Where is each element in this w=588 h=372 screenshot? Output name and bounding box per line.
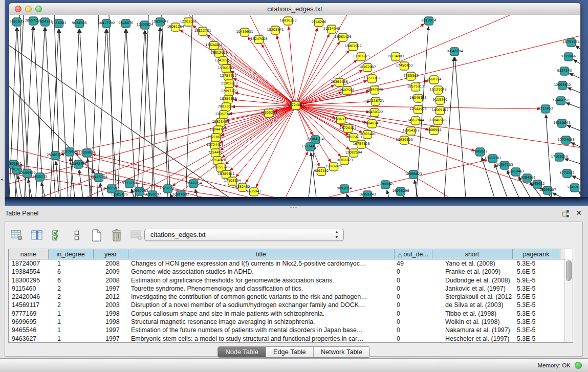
- cell-short[interactable]: Jankovic et al. (1997): [432, 285, 512, 293]
- cell-title[interactable]: Embryonic stem cells: a model to study s…: [128, 335, 394, 343]
- cell-out_de...[interactable]: 0: [394, 276, 432, 285]
- cell-title[interactable]: Genome-wide association studies in ADHD.: [128, 268, 394, 276]
- cell-in_degree[interactable]: 2: [48, 285, 93, 293]
- table-settings-button[interactable]: [10, 229, 24, 242]
- col-header-in-degree[interactable]: in_degree: [48, 249, 93, 259]
- cell-short[interactable]: Nakamura et al. (1997): [432, 326, 512, 334]
- cell-title[interactable]: Structural magnetic resonance image aver…: [128, 318, 394, 326]
- cell-pagerank[interactable]: 5.3E-5: [512, 318, 560, 326]
- table-row[interactable]: 1830029562008Estimation of significance …: [9, 276, 565, 285]
- col-header-title[interactable]: title: [128, 249, 394, 259]
- cell-title[interactable]: Corpus callosum shape and size in male p…: [128, 310, 394, 318]
- cell-year[interactable]: 2012: [93, 293, 128, 301]
- cell-title[interactable]: Investigating the contribution of common…: [128, 293, 394, 301]
- cell-in_degree[interactable]: 2: [48, 301, 93, 309]
- network-window-titlebar[interactable]: citations_edges.txt: [9, 3, 580, 15]
- cell-pagerank[interactable]: 5.6E-5: [512, 268, 560, 276]
- citation-network-graph[interactable]: 1660482118812095124109581530084712754712…: [9, 15, 580, 197]
- cell-pagerank[interactable]: 5.9E-5: [512, 276, 560, 285]
- cell-short[interactable]: Yano et al. (2008): [432, 259, 512, 268]
- new-table-button[interactable]: [90, 229, 103, 242]
- cell-in_degree[interactable]: 2: [48, 293, 93, 301]
- tab-edge-table[interactable]: Edge Table: [266, 347, 313, 357]
- cell-name[interactable]: 18300295: [9, 276, 48, 285]
- table-row[interactable]: 946554611997Estimation of the future num…: [9, 326, 565, 334]
- cell-pagerank[interactable]: 5.3E-5: [512, 335, 560, 343]
- cell-in_degree[interactable]: 1: [48, 335, 93, 343]
- tab-network-table[interactable]: Network Table: [313, 347, 369, 357]
- table-scrollbar-thumb[interactable]: [566, 260, 572, 281]
- cell-year[interactable]: 2009: [93, 268, 128, 276]
- left-panel-edge[interactable]: ◂: [0, 0, 5, 206]
- cell-pagerank[interactable]: 5.3E-5: [512, 301, 560, 309]
- col-header-year[interactable]: year: [93, 249, 128, 259]
- cell-pagerank[interactable]: 5.3E-5: [512, 259, 560, 268]
- cell-out_de...[interactable]: 0: [394, 335, 432, 343]
- cell-out_de...[interactable]: 49: [394, 259, 432, 268]
- table-row[interactable]: 946362711997Embryonic stem cells: a mode…: [9, 335, 565, 343]
- cell-out_de...[interactable]: 0: [394, 326, 432, 334]
- table-row[interactable]: 969969511998Structural magnetic resonanc…: [9, 318, 565, 326]
- cell-in_degree[interactable]: 1: [48, 259, 93, 268]
- cell-short[interactable]: Hescheler et al. (1997): [432, 335, 512, 343]
- table-scrollbar[interactable]: [564, 259, 573, 342]
- cell-out_de...[interactable]: 0: [394, 310, 432, 318]
- cell-name[interactable]: 22420046: [9, 293, 48, 301]
- cell-in_degree[interactable]: 1: [48, 326, 93, 334]
- col-header-out-degree[interactable]: △out_de...: [394, 249, 432, 259]
- cell-year[interactable]: 2003: [93, 301, 128, 309]
- cell-name[interactable]: 14569117: [9, 301, 48, 309]
- cell-short[interactable]: de Silva et al. (2003): [432, 301, 512, 309]
- panel-collapse-arrow-icon[interactable]: ◂: [1, 177, 3, 182]
- cell-title[interactable]: Changes of HCN gene expression and I(f) …: [128, 259, 394, 268]
- cell-title[interactable]: Estimation of significance thresholds fo…: [128, 276, 394, 285]
- cell-out_de...[interactable]: 0: [394, 293, 432, 301]
- cell-pagerank[interactable]: 5.5E-5: [512, 293, 560, 301]
- cell-title[interactable]: Disruption of a novel member of a sodium…: [128, 301, 394, 309]
- cell-name[interactable]: 9465546: [9, 326, 48, 334]
- cell-name[interactable]: 9463627: [9, 335, 48, 343]
- table-row[interactable]: 977716911998Corpus callosum shape and si…: [9, 310, 565, 318]
- cell-title[interactable]: Estimation of the future numbers of pati…: [128, 326, 394, 334]
- float-window-icon[interactable]: [562, 210, 570, 217]
- cell-in_degree[interactable]: 1: [48, 318, 93, 326]
- cell-year[interactable]: 1998: [93, 310, 128, 318]
- cell-name[interactable]: 9777169: [9, 310, 48, 318]
- cell-short[interactable]: Dudbridge et al. (2008): [432, 276, 512, 285]
- cell-year[interactable]: 2008: [93, 259, 128, 268]
- cell-name[interactable]: 19384554: [9, 268, 48, 276]
- cell-short[interactable]: Stergiakouli et al. (2012): [432, 293, 512, 301]
- table-row[interactable]: 2242004622012Investigating the contribut…: [9, 293, 565, 301]
- cell-year[interactable]: 1997: [93, 335, 128, 343]
- cell-out_de...[interactable]: 0: [394, 285, 432, 293]
- delete-table-button[interactable]: [110, 229, 123, 242]
- table-source-select[interactable]: citations_edges.txt ▲▼: [144, 229, 344, 241]
- cell-name[interactable]: 18724007: [9, 259, 48, 268]
- cell-in_degree[interactable]: 1: [48, 310, 93, 318]
- cell-pagerank[interactable]: 5.3E-5: [512, 285, 560, 293]
- cell-pagerank[interactable]: 5.3E-5: [512, 310, 560, 318]
- table-row[interactable]: 1938455462009Genome-wide association stu…: [9, 268, 565, 276]
- cell-year[interactable]: 1997: [93, 326, 128, 334]
- col-header-pagerank[interactable]: pagerank: [512, 249, 560, 259]
- cell-in_degree[interactable]: 6: [48, 268, 93, 276]
- cell-out_de...[interactable]: 0: [394, 301, 432, 309]
- cell-title[interactable]: Tourette syndrome. Phenomenology and cla…: [128, 285, 394, 293]
- merge-rows-button[interactable]: [70, 229, 83, 242]
- cell-year[interactable]: 1997: [93, 285, 128, 293]
- cell-short[interactable]: Franke et al. (2009): [432, 268, 512, 276]
- cell-out_de...[interactable]: 0: [394, 318, 432, 326]
- cell-short[interactable]: Tibbo et al. (1998): [432, 310, 512, 318]
- cell-out_de...[interactable]: 0: [394, 268, 432, 276]
- cell-year[interactable]: 1998: [93, 318, 128, 326]
- col-header-short[interactable]: short: [432, 249, 512, 259]
- table-row[interactable]: 1456911722003Disruption of a novel membe…: [9, 301, 565, 309]
- column-visibility-button[interactable]: [30, 229, 43, 242]
- cell-in_degree[interactable]: 6: [48, 276, 93, 285]
- tab-node-table[interactable]: Node Table: [218, 347, 266, 357]
- table-row[interactable]: 911546021997Tourette syndrome. Phenomeno…: [9, 285, 565, 293]
- cell-name[interactable]: 9699695: [9, 318, 48, 326]
- col-header-name[interactable]: name: [9, 249, 48, 259]
- table-row[interactable]: 1872400712008Changes of HCN gene express…: [9, 259, 565, 268]
- cell-year[interactable]: 2008: [93, 276, 128, 285]
